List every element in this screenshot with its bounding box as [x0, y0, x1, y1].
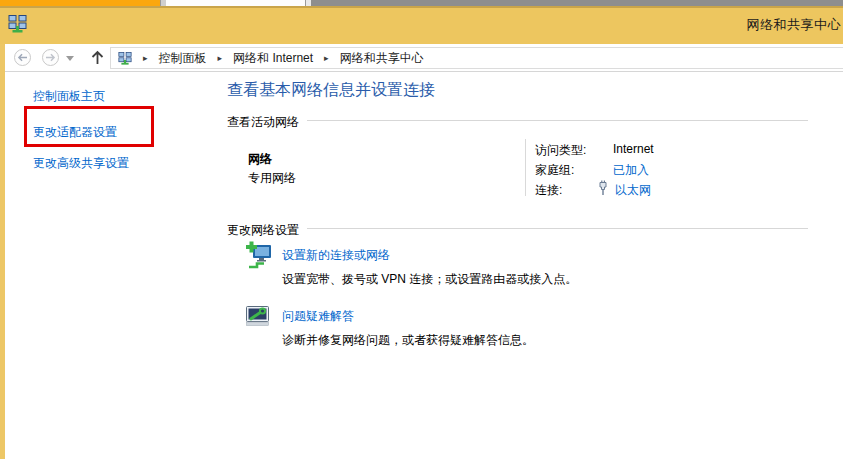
access-type-label: 访问类型: — [535, 142, 586, 159]
back-button[interactable] — [14, 49, 31, 66]
network-details-divider — [525, 139, 526, 196]
breadcrumb-arrow-icon[interactable]: ▸ — [324, 53, 329, 63]
network-sharing-center-icon — [8, 15, 27, 33]
recent-pages-dropdown-icon[interactable] — [66, 56, 74, 61]
setup-new-connection-link[interactable]: 设置新的连接或网络 — [282, 247, 390, 264]
sidebar-item-control-panel-home[interactable]: 控制面板主页 — [33, 88, 105, 105]
breadcrumb-arrow-icon[interactable]: ▸ — [218, 53, 223, 63]
up-button[interactable] — [91, 50, 104, 65]
window-title: 网络和共享中心 — [747, 16, 842, 34]
new-connection-icon — [246, 241, 272, 269]
homegroup-label: 家庭组: — [535, 162, 574, 179]
homegroup-joined-link[interactable]: 已加入 — [613, 162, 649, 179]
connection-label: 连接: — [535, 182, 562, 199]
access-type-value: Internet — [613, 142, 654, 156]
section-view-active-networks: 查看活动网络 — [227, 114, 299, 131]
breadcrumb-arrow-icon[interactable]: ▸ — [143, 53, 148, 63]
window-left-border — [0, 44, 5, 459]
troubleshoot-icon — [246, 306, 269, 327]
section-change-network-settings: 更改网络设置 — [227, 222, 299, 239]
section-divider — [307, 120, 808, 121]
forward-button[interactable] — [42, 49, 59, 66]
network-profile: 专用网络 — [248, 170, 296, 187]
troubleshoot-problems-link[interactable]: 问题疑难解答 — [282, 308, 354, 325]
address-bar[interactable]: ▸ 控制面板 ▸ 网络和 Internet ▸ 网络和共享中心 — [110, 47, 843, 69]
network-sharing-center-window: 网络和共享中心 ▸ 控制面板 ▸ 网络和 Internet ▸ — [0, 0, 843, 459]
navigation-bar: ▸ 控制面板 ▸ 网络和 Internet ▸ 网络和共享中心 — [0, 44, 843, 72]
sidebar-item-change-advanced-sharing[interactable]: 更改高级共享设置 — [33, 155, 129, 172]
network-name: 网络 — [248, 151, 272, 168]
breadcrumb-network-sharing-center[interactable]: 网络和共享中心 — [340, 50, 424, 67]
section-divider — [307, 228, 808, 229]
network-breadcrumb-icon — [118, 52, 132, 65]
ethernet-connection-link[interactable]: 以太网 — [615, 182, 651, 199]
troubleshoot-problems-description: 诊断并修复网络问题，或者获得疑难解答信息。 — [282, 332, 534, 349]
ethernet-plug-icon — [597, 180, 609, 196]
titlebar: 网络和共享中心 — [0, 8, 843, 44]
page-title: 查看基本网络信息并设置连接 — [227, 80, 435, 101]
breadcrumb-control-panel[interactable]: 控制面板 — [159, 50, 207, 67]
breadcrumb-network-internet[interactable]: 网络和 Internet — [233, 50, 313, 67]
setup-new-connection-description: 设置宽带、拨号或 VPN 连接；或设置路由器或接入点。 — [282, 271, 577, 288]
sidebar-item-change-adapter-settings[interactable]: 更改适配器设置 — [33, 124, 117, 141]
